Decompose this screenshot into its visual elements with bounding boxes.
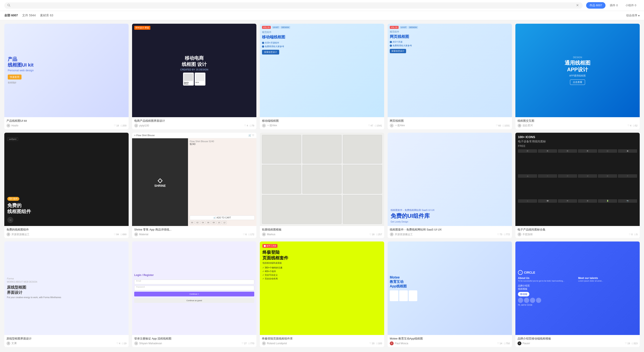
avatar-14: P xyxy=(390,341,394,345)
card-4[interactable]: VOL.32 UI KIT DESIGN 规范组件 网页线框图 ✓共5个开源 ✓… xyxy=(388,24,512,129)
card-10[interactable]: 100+ ICONS 电子设备常用线性图标 FREE ⊡⊞⊟⊠◻▣ △○□◇▷☆… xyxy=(515,133,640,238)
clear-button[interactable]: ✕ xyxy=(575,4,580,7)
search-box[interactable]: 产品线框图 ✕ xyxy=(4,2,583,9)
card-8[interactable]: 轮廓线框图模板 M Markus ♡ 18 □ 257 xyxy=(260,133,384,238)
filter-file[interactable]: 文件 5944 xyxy=(22,13,36,18)
svg-line-1 xyxy=(10,6,10,7)
avatar-4: A xyxy=(390,124,394,127)
tab-works[interactable]: 作品 6007 xyxy=(586,2,606,9)
comment-icon: □ xyxy=(121,124,122,127)
card-1-meta: H Hoshi- ♡ 18 □ 200 xyxy=(6,124,126,127)
card-1-info: 产品线框图UI kit H Hoshi- ♡ 18 □ 200 xyxy=(4,117,129,129)
chevron-down-icon: ▾ xyxy=(638,14,640,17)
card-15[interactable]: ○ CIRCLE About Us To be successful you'v… xyxy=(515,242,640,347)
sort-button[interactable]: 综合排序 ▾ xyxy=(626,14,640,18)
filter-all[interactable]: 全部 6007 xyxy=(4,13,18,18)
avatar-2: y xyxy=(134,124,138,127)
avatar-1: H xyxy=(6,124,10,127)
top-bar: 产品线框图 ✕ 作品 6007 插件 0 小组件 0 xyxy=(0,0,644,11)
card-9[interactable]: 线框图套件 - 免费线框网站和 SaaS UI UX 免费的UI组件库 Get … xyxy=(388,133,512,238)
heart-icon: ♡ xyxy=(114,124,116,127)
avatar-10: 不 xyxy=(518,232,522,236)
tab-widgets[interactable]: 小组件 0 xyxy=(622,2,640,9)
card-1-title: 产品线框图UI kit xyxy=(6,119,126,123)
card-1-stats: ♡ 18 □ 200 xyxy=(114,124,126,127)
avatar-11: 文 xyxy=(6,341,10,345)
card-1-author: H Hoshi- xyxy=(6,124,19,127)
avatar-6: 开 xyxy=(6,232,10,236)
card-2[interactable]: 即时设计·界面 移动电商线框图 设计 CREATED BY JS.DESIGN … xyxy=(132,24,256,129)
search-icon xyxy=(7,4,10,7)
card-13[interactable]: ⬤ 如字工具箱 终极登陆页面线框套件 包括移动端和桌面版 ✓ 360+个独特的元… xyxy=(260,242,384,347)
card-11[interactable]: Forma WORKS ABOUT WEB DESIGN 原线型框图界面设计 P… xyxy=(4,242,129,347)
tab-plugins[interactable]: 插件 0 xyxy=(606,2,621,9)
card-1[interactable]: 产品线框图UI kit Personal web design 快速套用 觉得我… xyxy=(4,24,129,129)
tab-group: 作品 6007 插件 0 小组件 0 xyxy=(586,2,640,9)
avatar-3: A xyxy=(262,124,266,127)
card-2-info: 电商产品线框图界面设计 y yiyiyi100 ♡ 4 □ 79 xyxy=(132,117,256,129)
avatar-8: M xyxy=(262,232,266,236)
avatar-5: 远 xyxy=(518,124,522,127)
avatar-15: P xyxy=(518,341,522,345)
avatar-13: R xyxy=(262,341,266,345)
filter-material[interactable]: 素材库 63 xyxy=(40,13,53,18)
card-grid: 产品线框图UI kit Personal web design 快速套用 觉得我… xyxy=(4,24,640,347)
main-content: 产品线框图UI kit Personal web design 快速套用 觉得我… xyxy=(0,20,644,350)
avatar-9: 开 xyxy=(390,232,394,236)
card-2-title: 电商产品线框图界面设计 xyxy=(134,119,254,123)
filter-tabs: 全部 6007 文件 5944 素材库 63 xyxy=(4,13,53,18)
search-input[interactable]: 产品线框图 xyxy=(12,4,574,7)
card-5[interactable]: DESIGN 通用线框图APP设计 APP通用线框图 点击查看 线框图交互图 远… xyxy=(515,24,640,129)
avatar-7: M xyxy=(134,232,138,236)
card-12[interactable]: Login / Register Email Password Continue… xyxy=(132,242,256,347)
card-6[interactable]: weißjetzt 50+ 组件 免费的线框图组件 → 免费的线框图组件 开 开… xyxy=(4,133,129,238)
card-7[interactable]: × Flow Shirt Blouse 🛒 ♡ ◇ SHRINE xyxy=(132,133,256,238)
avatar-12: S xyxy=(134,341,138,345)
card-14[interactable]: Motee教育互动App线框图 Motee 教育互动App线框图 P Paul … xyxy=(388,242,512,347)
filter-bar: 全部 6007 文件 5944 素材库 63 综合排序 ▾ xyxy=(0,11,644,20)
card-3[interactable]: VOL.31 UI KIT DESIGN 规范组件 移动端线框图 ✓共30+开源… xyxy=(260,24,384,129)
